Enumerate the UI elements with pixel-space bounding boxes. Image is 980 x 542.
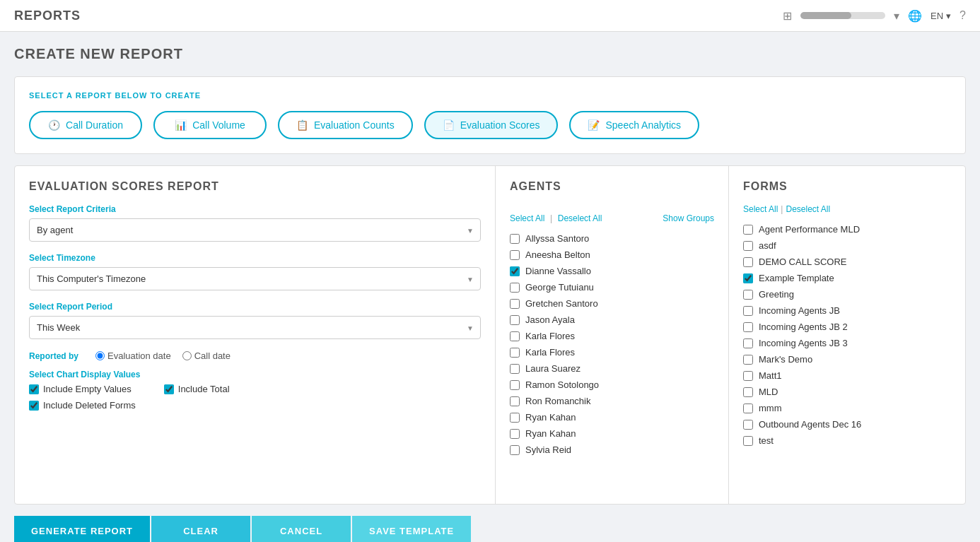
- forms-deselect-all[interactable]: Deselect All: [786, 204, 830, 214]
- language-selector[interactable]: EN ▾: [931, 11, 951, 21]
- save-template-button[interactable]: SAVE TEMPLATE: [352, 516, 471, 542]
- help-icon[interactable]: ?: [959, 9, 966, 22]
- radio-evaluation-input[interactable]: [95, 351, 105, 360]
- checkbox-deleted-label: Include Deleted Forms: [43, 400, 136, 411]
- checkbox-deleted-forms[interactable]: Include Deleted Forms: [29, 400, 136, 411]
- list-item: Ramon Sotolongo: [510, 377, 714, 393]
- list-item: Karla Flores: [510, 344, 714, 360]
- evaluation-scores-icon: 📄: [443, 119, 455, 131]
- agent-checkbox[interactable]: [510, 331, 520, 341]
- form-checkbox[interactable]: [743, 387, 753, 397]
- globe-icon[interactable]: 🌐: [908, 9, 922, 23]
- agent-checkbox[interactable]: [510, 364, 520, 374]
- grid-icon[interactable]: ⊞: [783, 9, 792, 23]
- timezone-select[interactable]: This Computer's Timezone UTC EST PST: [29, 267, 481, 290]
- form-checkbox[interactable]: [743, 257, 753, 267]
- period-group: Select Report Period This Week Last Week…: [29, 302, 481, 339]
- list-item: Gretchen Santoro: [510, 295, 714, 312]
- agent-name: Gretchen Santoro: [525, 298, 598, 309]
- page-title: CREATE NEW REPORT: [14, 46, 966, 62]
- report-type-call-volume[interactable]: 📊 Call Volume: [153, 111, 267, 139]
- agent-name: Sylvia Reid: [525, 444, 571, 455]
- form-checkbox[interactable]: [743, 322, 753, 332]
- chart-display-label: Select Chart Display Values: [29, 370, 481, 379]
- agent-checkbox[interactable]: [510, 283, 520, 293]
- checkbox-empty-input[interactable]: [29, 384, 39, 394]
- forms-title: FORMS: [743, 180, 951, 193]
- agent-checkbox[interactable]: [510, 413, 520, 423]
- list-item: asdf: [743, 237, 951, 254]
- form-checkbox[interactable]: [743, 273, 753, 283]
- form-name: Outbound Agents Dec 16: [759, 419, 861, 430]
- agent-checkbox[interactable]: [510, 234, 520, 244]
- form-checkbox[interactable]: [743, 371, 753, 381]
- generate-report-button[interactable]: GENERATE REPORT: [14, 516, 150, 542]
- agent-list: Allyssa Santoro Aneesha Belton Dianne Va…: [510, 230, 714, 458]
- main-panel: EVALUATION SCORES REPORT Select Report C…: [14, 165, 966, 505]
- dropdown-icon[interactable]: ▾: [894, 9, 899, 23]
- checkbox-row: Include Empty Values Include Deleted For…: [29, 384, 481, 416]
- form-checkbox[interactable]: [743, 338, 753, 348]
- agent-checkbox[interactable]: [510, 396, 520, 406]
- clear-button[interactable]: CLEAR: [151, 516, 250, 542]
- reported-by-row: Reported by Evaluation date Call date: [29, 350, 481, 361]
- form-checkbox[interactable]: [743, 403, 753, 413]
- form-checkbox[interactable]: [743, 290, 753, 300]
- radio-evaluation-label: Evaluation date: [107, 350, 171, 361]
- show-groups-button[interactable]: Show Groups: [663, 213, 714, 223]
- agent-name: Allyssa Santoro: [525, 233, 589, 244]
- radio-call-date[interactable]: Call date: [182, 350, 231, 361]
- period-select[interactable]: This Week Last Week This Month Last Mont…: [29, 316, 481, 339]
- forms-select-all[interactable]: Select All: [743, 204, 778, 214]
- checkbox-total[interactable]: Include Total: [164, 384, 230, 394]
- forms-panel: FORMS Select All | Deselect All Agent Pe…: [729, 166, 965, 504]
- agents-title: AGENTS: [510, 180, 561, 193]
- agent-checkbox[interactable]: [510, 380, 520, 390]
- agent-name: Laura Suarez: [525, 363, 581, 374]
- form-checkbox[interactable]: [743, 225, 753, 235]
- progress-bar: [800, 12, 885, 19]
- agent-checkbox[interactable]: [510, 266, 520, 276]
- checkbox-empty-values[interactable]: Include Empty Values: [29, 384, 136, 394]
- agents-select-all[interactable]: Select All: [510, 213, 544, 223]
- agent-checkbox[interactable]: [510, 445, 520, 455]
- agent-name: Jason Ayala: [525, 314, 575, 325]
- period-select-wrapper: This Week Last Week This Month Last Mont…: [29, 316, 481, 339]
- list-item: mmm: [743, 400, 951, 416]
- agent-checkbox[interactable]: [510, 429, 520, 439]
- radio-evaluation-date[interactable]: Evaluation date: [95, 350, 171, 361]
- agents-deselect-all[interactable]: Deselect All: [558, 213, 602, 223]
- report-type-evaluation-counts[interactable]: 📋 Evaluation Counts: [278, 111, 413, 139]
- form-checkbox[interactable]: [743, 436, 753, 446]
- form-name: mmm: [759, 403, 782, 413]
- agents-panel: AGENTS Select All | Deselect All Show Gr…: [496, 166, 729, 504]
- radio-call-input[interactable]: [182, 351, 192, 360]
- list-item: Dianne Vassallo: [510, 263, 714, 279]
- form-name: Mark's Demo: [759, 354, 812, 365]
- form-checkbox[interactable]: [743, 241, 753, 251]
- list-item: Agent Performance MLD: [743, 221, 951, 237]
- speech-analytics-label: Speech Analytics: [605, 119, 681, 131]
- criteria-select[interactable]: By agent By form By group: [29, 218, 481, 242]
- speech-analytics-icon: 📝: [588, 119, 600, 131]
- form-checkbox[interactable]: [743, 306, 753, 316]
- checkbox-total-label: Include Total: [178, 384, 230, 394]
- report-type-speech-analytics[interactable]: 📝 Speech Analytics: [569, 111, 699, 139]
- agent-checkbox[interactable]: [510, 250, 520, 260]
- lang-chevron: ▾: [946, 11, 951, 21]
- form-checkbox[interactable]: [743, 420, 753, 430]
- report-type-call-duration[interactable]: 🕐 Call Duration: [29, 111, 142, 139]
- agent-checkbox[interactable]: [510, 315, 520, 325]
- checkbox-total-input[interactable]: [164, 384, 174, 394]
- report-type-evaluation-scores[interactable]: 📄 Evaluation Scores: [424, 111, 559, 139]
- cancel-button[interactable]: CANCEL: [252, 516, 351, 542]
- timezone-label: Select Timezone: [29, 253, 481, 263]
- list-item: Laura Suarez: [510, 360, 714, 377]
- agents-separator: |: [550, 213, 552, 223]
- agent-checkbox[interactable]: [510, 348, 520, 358]
- criteria-group: Select Report Criteria By agent By form …: [29, 204, 481, 242]
- checkbox-deleted-input[interactable]: [29, 401, 39, 411]
- form-checkbox[interactable]: [743, 355, 753, 365]
- agent-checkbox[interactable]: [510, 299, 520, 309]
- form-name: Greeting: [759, 289, 794, 300]
